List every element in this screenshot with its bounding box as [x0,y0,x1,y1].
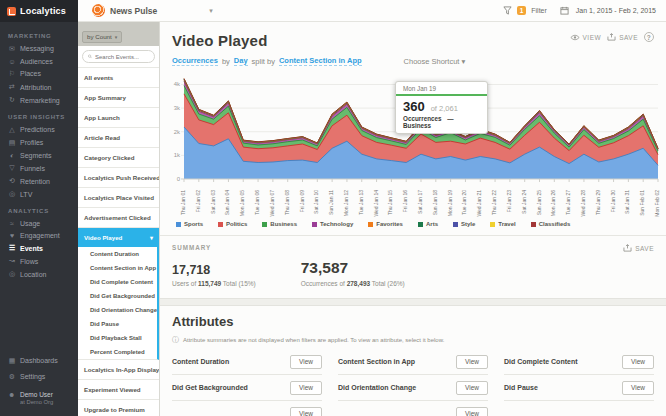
interval-selector[interactable]: Day [234,56,248,66]
sidebar-item-label: Audiences [20,58,53,65]
event-item-localytics-push-received[interactable]: Localytics Push Received [78,168,159,188]
occurrences-stat: 73,587 Occurrences of 278,493 Total (26%… [301,259,405,288]
sidebar-item-settings[interactable]: ⚙Settings [0,369,78,385]
event-item-upgrade-to-premium[interactable]: Upgrade to Premium [78,400,159,416]
view-button[interactable]: View [456,355,488,369]
event-item-app-launch[interactable]: App Launch [78,108,159,128]
legend-item-sports[interactable]: Sports [176,221,203,227]
view-button[interactable]: View [290,355,322,369]
sidebar-item-events[interactable]: ☰Events [0,241,78,254]
event-attribute-did-pause[interactable]: Did Pause [78,317,157,331]
view-button[interactable]: View [290,407,322,416]
event-item-localytics-in-app-display-[interactable]: Localytics In-App Display... [78,360,159,380]
event-item-category-clicked[interactable]: Category Clicked [78,148,159,168]
event-attribute-content-section-in-app[interactable]: Content Section in App [78,261,157,275]
event-attribute-did-orientation-change[interactable]: Did Orientation Change [78,303,157,317]
sidebar-item-location[interactable]: ◎Location [0,268,78,281]
nav-footer: ▦Dashboards⚙Settings☻Demo Userat Demo Or… [0,353,78,416]
attributes-note: ⓘ Attribute summaries are not displayed … [172,335,654,345]
view-button[interactable]: View [622,355,654,369]
event-attribute-did-get-backgrounded[interactable]: Did Get Backgrounded [78,289,157,303]
metric-selector[interactable]: Occurrences [172,56,218,66]
choose-shortcut-dropdown[interactable]: Choose Shortcut ▾ [404,57,466,66]
event-item-label: Category Clicked [84,154,135,161]
event-item-label: Video Played [84,234,122,241]
event-item-experiment-viewed[interactable]: Experiment Viewed [78,380,159,400]
x-axis-label: Fri Jan 23 [506,190,512,212]
users-stat: 17,718 Users of 115,749 Total (15%) [172,263,256,288]
event-attribute-content-duration[interactable]: Content Duration [78,247,157,261]
sidebar-item-ltv[interactable]: ◎LTV [0,188,78,201]
sidebar-item-segments[interactable]: ◐Segments [0,149,78,161]
sidebar-item-label: Engagement [20,232,60,239]
sidebar-item-attribution[interactable]: ⇄Attribution [0,81,78,94]
attribute-name: Did Complete Content [504,358,578,365]
logo-bar[interactable]: Localytics [0,0,78,22]
view-button[interactable]: VIEW [570,34,602,41]
filter-funnel-icon[interactable] [503,6,512,15]
app-switcher-caret[interactable]: ▾ [209,7,213,15]
legend-item-favorites[interactable]: Favorites [368,221,403,227]
save-button[interactable]: SAVE [607,33,638,41]
x-axis-label: Tue Jan 27 [565,190,571,215]
event-attribute-did-playback-stall[interactable]: Did Playback Stall [78,331,157,345]
sidebar-item-places[interactable]: ⚐Places [0,67,78,80]
legend-item-arts[interactable]: Arts [418,221,438,227]
x-axis-label: Mon Jan 26 [550,190,556,216]
view-button[interactable]: View [456,407,488,416]
event-attribute-did-complete-content[interactable]: Did Complete Content [78,275,157,289]
event-item-video-played[interactable]: Video Played▾ [78,228,159,247]
summary-save-button[interactable]: SAVE [623,244,654,252]
sidebar-item-retention[interactable]: ⟲Retention [0,175,78,188]
sidebar-item-dashboards[interactable]: ▦Dashboards [0,353,78,369]
view-button[interactable]: View [456,381,488,395]
remarketing-icon: ↻ [8,96,16,104]
legend-item-technology[interactable]: Technology [312,221,353,227]
event-item-label: App Summary [84,94,126,101]
legend-item-politics[interactable]: Politics [218,221,247,227]
event-item-localytics-place-visited[interactable]: Localytics Place Visited [78,188,159,208]
legend-item-travel[interactable]: Travel [490,221,515,227]
legend-item-style[interactable]: Style [453,221,475,227]
report-header: Video Played Occurrences by Day split by… [160,22,666,66]
event-item-all-events[interactable]: All events [78,68,159,88]
calendar-icon[interactable] [560,6,569,15]
sidebar-item-audiences[interactable]: ☺Audiences [0,55,78,67]
localytics-logo-icon [7,7,16,16]
sidebar-item-engagement[interactable]: ♥Engagement [0,229,78,241]
legend-swatch [176,222,181,227]
location-icon: ◎ [8,270,16,278]
event-attribute-percent-completed[interactable]: Percent Completed [78,345,157,359]
attributes-grid: Content DurationViewContent Section in A… [172,349,654,416]
sidebar-item-profiles[interactable]: ▤Profiles [0,136,78,149]
view-button[interactable]: View [622,381,654,395]
sidebar-item-remarketing[interactable]: ↻Remarketing [0,94,78,107]
app-window: Localytics MARKETING✉Messaging☺Audiences… [0,0,666,416]
legend-item-business[interactable]: Business [262,221,297,227]
x-axis-label: Fri Jan 16 [402,190,408,212]
x-axis-label: Sat Jan 10 [313,190,319,214]
event-item-advertisement-clicked[interactable]: Advertisement Clicked [78,208,159,228]
view-button[interactable]: View [290,381,322,395]
search-events-input[interactable] [95,54,149,60]
user-account[interactable]: ☻Demo Userat Demo Org [0,385,78,411]
attribution-icon: ⇄ [8,83,16,91]
attribute-row: Content Section in AppView [338,349,488,375]
event-item-app-summary[interactable]: App Summary [78,88,159,108]
ltv-icon: ◎ [8,190,16,198]
sidebar-item-predictions[interactable]: △Predictions [0,123,78,136]
dimension-selector[interactable]: Content Section in App [279,56,362,66]
x-axis-label: Tue Jan 13 [358,190,364,215]
legend-item-classifieds[interactable]: Classifieds [531,221,571,227]
x-axis-label: Fri Jan 02 [195,190,201,212]
help-button[interactable]: ? [644,32,654,42]
date-range-picker[interactable]: Jan 1, 2015 - Feb 2, 2015 [576,7,656,14]
sidebar-item-usage[interactable]: ≈Usage [0,217,78,229]
filter-label[interactable]: Filter [531,7,547,14]
event-item-article-read[interactable]: Article Read [78,128,159,148]
sidebar-item-funnels[interactable]: ▽Funnels [0,162,78,175]
sidebar-item-messaging[interactable]: ✉Messaging [0,42,78,55]
sort-dropdown[interactable]: by Count ▾ [82,31,122,43]
sidebar-item-flows[interactable]: ↝Flows [0,255,78,268]
by-label: by [222,57,230,66]
